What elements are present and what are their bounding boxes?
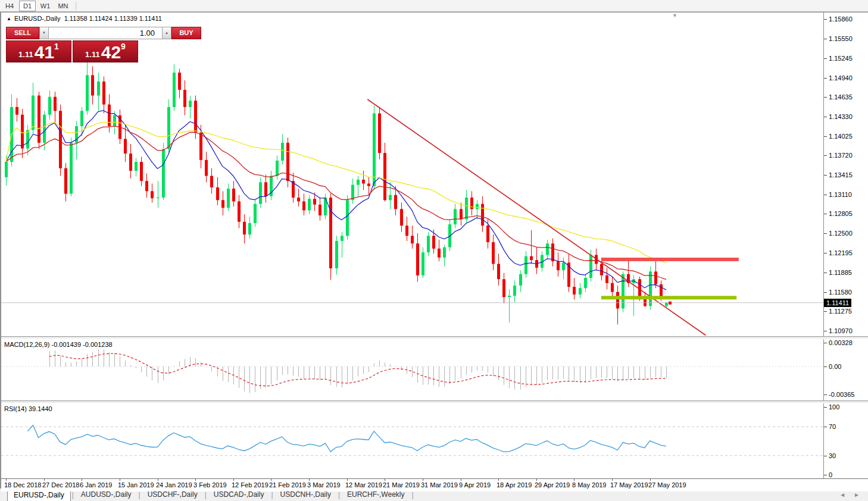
volume-decrease-button[interactable]: ▼ (39, 27, 49, 39)
date-tick (82, 479, 82, 481)
date-tick (536, 479, 537, 481)
date-label: 24 Jan 2019 (156, 481, 192, 489)
date-label: 27 Dec 2018 (42, 481, 79, 489)
volume-increase-button[interactable]: ▲ (162, 27, 171, 39)
sell-price-prefix: 1.11 (18, 50, 33, 59)
date-label: 31 Mar 2019 (421, 481, 458, 489)
sell-price-big: 41 (35, 44, 54, 61)
date-tick (385, 479, 385, 481)
tab-separator: | (139, 491, 140, 499)
date-label: 29 Apr 2019 (535, 481, 570, 489)
date-label: 21 Mar 2019 (383, 481, 420, 489)
price-tick-label: 1.13110 (824, 191, 852, 198)
date-tick (195, 479, 196, 481)
price-tick-label: 1.11580 (824, 289, 852, 296)
date-tick (347, 479, 348, 481)
timeframe-button-w1[interactable]: W1 (37, 1, 54, 11)
date-label: 17 May 2019 (610, 481, 648, 489)
price-tick-label: 1.10970 (824, 327, 853, 334)
current-price-tag: 1.11411 (824, 299, 851, 307)
date-label: 21 Feb 2019 (269, 481, 306, 489)
date-label: 18 Apr 2019 (497, 481, 532, 489)
price-tick-label: 1.13415 (824, 171, 853, 179)
tab-separator: | (271, 491, 273, 499)
date-label: 12 Mar 2019 (345, 481, 382, 489)
price-tick-label: 1.12195 (824, 249, 853, 256)
price-pane: ▲EURUSD-,Daily 1.11358 1.11424 1.11339 1… (1, 12, 868, 336)
tab-separator: | (72, 491, 74, 499)
price-tick-label: 1.14025 (824, 133, 853, 140)
tab-separator: | (411, 491, 413, 499)
macd-chart (1, 339, 824, 400)
macd-tick-label: -0.00365 (824, 391, 854, 398)
date-tick (461, 479, 461, 481)
rsi-pane: RSI(14) 39.1440 10070300 (1, 403, 868, 478)
rsi-tick-label: 70 (824, 423, 836, 430)
price-tick-label: 1.15860 (824, 15, 853, 23)
date-tick (233, 479, 234, 481)
date-label: 18 Dec 2018 (4, 481, 41, 489)
rsi-label: RSI(14) 39.1440 (4, 405, 52, 412)
macd-tick-label: 0.00 (824, 363, 841, 370)
chart-window: ▲EURUSD-,Daily 1.11358 1.11424 1.11339 1… (0, 12, 868, 488)
date-tick (498, 479, 499, 481)
price-tick-label: 1.15245 (824, 55, 853, 62)
macd-plot-area[interactable] (1, 339, 824, 400)
timeframe-button-d1[interactable]: D1 (19, 1, 36, 11)
date-label: 6 Jan 2019 (80, 481, 112, 489)
date-label: 9 Apr 2019 (459, 481, 491, 489)
date-label: 8 May 2019 (572, 481, 606, 489)
date-tick (158, 479, 158, 481)
price-tick-label: 1.14940 (824, 74, 853, 82)
timeframe-toolbar: H4D1W1MN (0, 0, 868, 12)
tab-separator: | (205, 491, 207, 499)
macd-tick-label: 0.00328 (824, 339, 853, 346)
price-axis[interactable]: 1.158601.155501.152451.149401.146351.143… (823, 12, 868, 336)
date-label: 3 Mar 2019 (307, 481, 341, 489)
trading-terminal: H4D1W1MN ▲EURUSD-,Daily 1.11358 1.11424 … (0, 0, 868, 501)
macd-pane: MACD(12,26,9) -0.001439 -0.001238 0.0032… (1, 339, 868, 400)
date-tick (309, 479, 310, 481)
date-label: 12 Feb 2019 (232, 481, 268, 489)
date-tick (650, 479, 651, 481)
buy-price-big: 42 (101, 44, 121, 61)
price-tick-label: 1.12500 (824, 230, 853, 237)
time-axis[interactable]: 18 Dec 201827 Dec 20186 Jan 201915 Jan 2… (1, 478, 868, 491)
tab-scroll-right-icon[interactable]: ► (854, 491, 860, 498)
symbol-period-label: EURUSD-,Daily (14, 15, 61, 22)
timeframe-button-mn[interactable]: MN (55, 1, 71, 11)
rsi-axis[interactable]: 10070300 (823, 403, 868, 478)
rsi-tick-label: 30 (824, 452, 836, 459)
one-click-trading-panel: SELL ▼ ▲ BUY 1.11411 1.11429 (6, 27, 138, 62)
date-tick (574, 479, 574, 481)
date-label: 3 Feb 2019 (193, 481, 227, 489)
macd-label: MACD(12,26,9) -0.001439 -0.001238 (4, 341, 113, 348)
buy-price-prefix: 1.11 (85, 50, 100, 59)
buy-button[interactable]: BUY (171, 27, 201, 39)
date-tick (44, 479, 45, 481)
volume-input[interactable] (49, 27, 162, 39)
buy-price-sup: 9 (121, 42, 126, 51)
date-tick (120, 479, 120, 481)
oneclick-collapse-icon[interactable]: ▲ (7, 16, 11, 21)
price-tick-label: 1.12805 (824, 210, 853, 217)
toolbar-separator (76, 2, 76, 10)
ohlc-values: 1.11358 1.11424 1.11339 1.11411 (64, 15, 162, 22)
rsi-tick-label: 100 (824, 403, 839, 411)
date-tick (612, 479, 613, 481)
price-tick-label: 1.11885 (824, 269, 852, 276)
buy-price-box[interactable]: 1.11429 (73, 40, 138, 62)
chart-header: ▲EURUSD-,Daily 1.11358 1.11424 1.11339 1… (7, 15, 162, 22)
rsi-chart (1, 403, 824, 478)
rsi-plot-area[interactable] (1, 403, 824, 478)
tab-scroll-left-icon[interactable]: ◄ (839, 491, 845, 498)
sell-price-box[interactable]: 1.11411 (6, 40, 71, 62)
macd-axis[interactable]: 0.003280.00-0.00365 (823, 339, 868, 400)
sell-button[interactable]: SELL (6, 27, 39, 39)
date-tick (6, 479, 7, 481)
timeframe-button-h4[interactable]: H4 (1, 1, 18, 11)
date-label: 15 Jan 2019 (118, 481, 154, 489)
date-tick (271, 479, 271, 481)
chart-scroll-marker-icon[interactable]: ▼ (672, 12, 677, 18)
price-tick-label: 1.15550 (824, 35, 853, 42)
